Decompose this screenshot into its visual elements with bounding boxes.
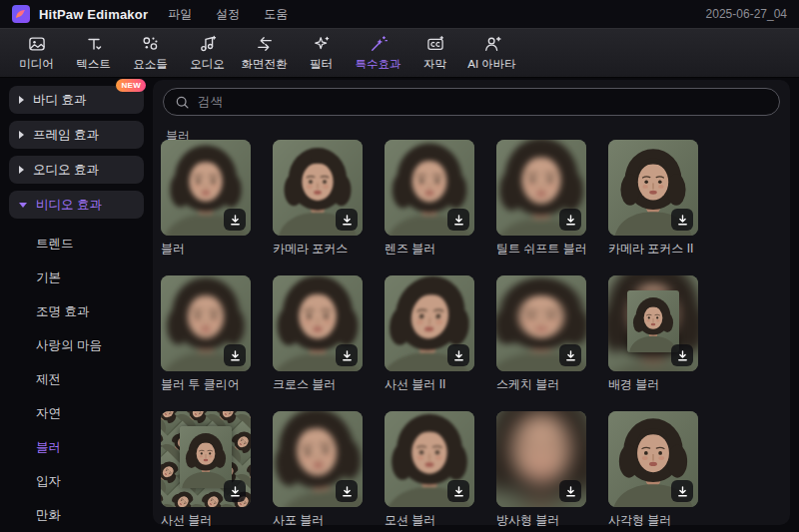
search-input[interactable] bbox=[198, 95, 768, 109]
toolbar-item-elements[interactable]: 요소들 bbox=[122, 34, 179, 72]
effect-card[interactable]: 사각형 블러 bbox=[608, 411, 698, 528]
sidebar-subitem[interactable]: 제전 bbox=[0, 362, 153, 396]
effect-label: 블러 bbox=[161, 242, 251, 257]
app-logo-icon bbox=[12, 5, 30, 23]
effect-thumbnail[interactable] bbox=[608, 140, 698, 236]
effect-thumbnail[interactable] bbox=[161, 140, 251, 236]
sidebar-subitem-label: 만화 bbox=[36, 507, 61, 524]
download-icon bbox=[676, 485, 689, 498]
download-button[interactable] bbox=[671, 480, 693, 502]
sidebar-subitem-label: 조명 효과 bbox=[36, 303, 89, 320]
sidebar-subitem-label: 입자 bbox=[36, 473, 61, 490]
effect-thumbnail[interactable] bbox=[496, 140, 586, 236]
sidebar-subitem[interactable]: 사랑의 마음 bbox=[0, 328, 153, 362]
sidebar-subitem[interactable]: 트렌드 bbox=[0, 227, 153, 261]
download-button[interactable] bbox=[447, 209, 469, 231]
effect-label: 렌즈 블러 bbox=[385, 242, 474, 257]
effect-card[interactable]: 스케치 블러 bbox=[496, 275, 586, 392]
sidebar-section-label: 바디 효과 bbox=[33, 92, 86, 109]
effect-card[interactable]: 배경 블러 bbox=[608, 275, 698, 392]
effect-card[interactable]: 블러 bbox=[161, 140, 251, 257]
search-bar[interactable] bbox=[163, 88, 780, 116]
download-button[interactable] bbox=[447, 480, 469, 502]
toolbar-item-transition[interactable]: 화면전환 bbox=[236, 34, 293, 72]
toolbar-item-avatar[interactable]: AI 아바타 bbox=[463, 34, 520, 72]
download-button[interactable] bbox=[559, 480, 581, 502]
effect-thumbnail[interactable] bbox=[161, 411, 251, 507]
download-button[interactable] bbox=[336, 209, 358, 231]
effect-thumbnail[interactable] bbox=[608, 411, 698, 507]
download-button[interactable] bbox=[671, 344, 693, 366]
menu-item[interactable]: 설정 bbox=[216, 6, 240, 23]
effect-card[interactable]: 렌즈 블러 bbox=[385, 140, 474, 257]
download-button[interactable] bbox=[336, 344, 358, 366]
toolbar-item-audio[interactable]: 오디오 bbox=[179, 34, 236, 72]
effect-card[interactable]: 사선 블러 II bbox=[385, 275, 474, 392]
toolbar-icon bbox=[255, 34, 275, 54]
effect-thumbnail[interactable] bbox=[496, 411, 586, 507]
effect-card[interactable]: 블러 투 클리어 bbox=[161, 275, 251, 392]
toolbar-item-label: 오디오 bbox=[190, 57, 225, 72]
download-button[interactable] bbox=[224, 480, 246, 502]
toolbar-item-label: 텍스트 bbox=[76, 57, 111, 72]
caret-icon bbox=[19, 203, 27, 208]
download-button[interactable] bbox=[224, 344, 246, 366]
sidebar-subitem[interactable]: 만화 bbox=[0, 498, 153, 532]
effect-card[interactable]: 방사형 블러 bbox=[496, 411, 586, 528]
effect-label: 배경 블러 bbox=[608, 377, 698, 392]
sidebar-subitem-label: 블러 bbox=[36, 439, 61, 456]
effect-card[interactable]: 크로스 블러 bbox=[273, 275, 363, 392]
effect-label: 사각형 블러 bbox=[608, 513, 698, 528]
download-button[interactable] bbox=[336, 480, 358, 502]
sidebar-subitem-label: 사랑의 마음 bbox=[36, 337, 102, 354]
menubar: 파일 설정 도움 bbox=[168, 6, 288, 23]
sidebar-subitem[interactable]: 기본 bbox=[0, 261, 153, 294]
sidebar-section[interactable]: 프레임 효과 bbox=[9, 121, 144, 149]
toolbar-item-text[interactable]: 텍스트 bbox=[65, 34, 122, 72]
menu-item[interactable]: 파일 bbox=[168, 6, 192, 23]
effect-thumbnail[interactable] bbox=[273, 140, 363, 236]
effect-thumbnail[interactable] bbox=[608, 275, 698, 371]
toolbar-item-filter[interactable]: 필터 bbox=[293, 34, 350, 72]
sidebar-subitem[interactable]: 자연 bbox=[0, 396, 153, 430]
download-button[interactable] bbox=[671, 209, 693, 231]
download-icon bbox=[229, 485, 242, 498]
effect-label: 모션 블러 bbox=[385, 513, 474, 528]
download-icon bbox=[341, 214, 354, 227]
sidebar-subitem[interactable]: 조명 효과 bbox=[0, 294, 153, 328]
effect-thumbnail[interactable] bbox=[273, 275, 363, 371]
sidebar-section[interactable]: 비디오 효과 bbox=[9, 191, 144, 219]
effect-card[interactable]: 사선 블러 bbox=[161, 411, 251, 528]
effect-card[interactable]: 카메라 포커스 II bbox=[608, 140, 698, 257]
toolbar-item-subtitle[interactable]: 자막 bbox=[406, 34, 463, 72]
download-icon bbox=[564, 349, 577, 362]
download-button[interactable] bbox=[447, 344, 469, 366]
toolbar-item-label: 특수효과 bbox=[356, 57, 401, 72]
effect-thumbnail[interactable] bbox=[161, 275, 251, 371]
effect-card[interactable]: 카메라 포커스 bbox=[273, 140, 363, 257]
inset-sharp-image bbox=[627, 290, 679, 352]
effect-label: 틸트 쉬프트 블러 bbox=[496, 242, 586, 257]
effect-card[interactable]: 사포 블러 bbox=[273, 411, 363, 528]
effect-thumbnail[interactable] bbox=[385, 140, 474, 236]
download-button[interactable] bbox=[559, 344, 581, 366]
download-button[interactable] bbox=[559, 209, 581, 231]
sidebar-section[interactable]: 바디 효과 NEW bbox=[9, 86, 144, 114]
effect-thumbnail[interactable] bbox=[385, 275, 474, 371]
effect-thumbnail[interactable] bbox=[496, 275, 586, 371]
download-icon bbox=[229, 214, 242, 227]
download-button[interactable] bbox=[224, 209, 246, 231]
sidebar-subitem[interactable]: 블러 bbox=[0, 430, 153, 464]
sidebar-section-label: 비디오 효과 bbox=[36, 197, 102, 214]
download-icon bbox=[341, 349, 354, 362]
toolbar-item-effects[interactable]: 특수효과 bbox=[350, 34, 406, 72]
menu-item[interactable]: 도움 bbox=[264, 6, 288, 23]
sidebar-section[interactable]: 오디오 효과 bbox=[9, 156, 144, 184]
sidebar-subitem[interactable]: 입자 bbox=[0, 464, 153, 498]
toolbar-item-media[interactable]: 미디어 bbox=[8, 34, 65, 72]
toolbar-item-label: 필터 bbox=[310, 57, 333, 72]
effect-card[interactable]: 틸트 쉬프트 블러 bbox=[496, 140, 586, 257]
effect-card[interactable]: 모션 블러 bbox=[385, 411, 474, 528]
effect-thumbnail[interactable] bbox=[385, 411, 474, 507]
effect-thumbnail[interactable] bbox=[273, 411, 363, 507]
